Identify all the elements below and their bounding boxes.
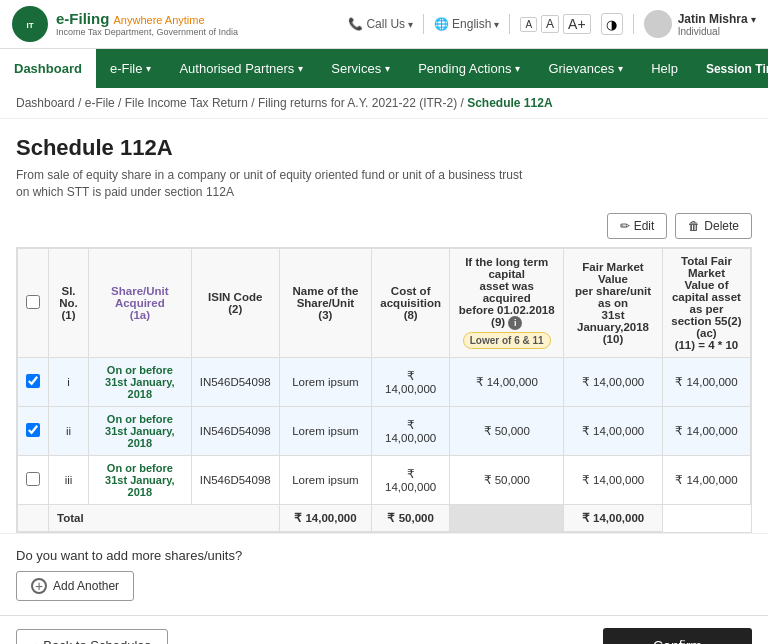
call-us-button[interactable]: 📞 Call Us ▾ [348, 17, 413, 31]
total-longterm: ₹ 50,000 [372, 504, 450, 531]
total-cost: ₹ 14,00,000 [279, 504, 371, 531]
nav-item-pending[interactable]: Pending Actions ▾ [404, 49, 534, 88]
svg-text:IT: IT [26, 21, 33, 30]
row-fmv: ₹ 14,00,000 [564, 455, 663, 504]
page-description: From sale of equity share in a company o… [16, 167, 752, 201]
action-buttons: ✏ Edit 🗑 Delete [16, 213, 752, 239]
col-fmv: Fair Market Valueper share/unit as on31s… [564, 248, 663, 357]
total-row: Total ₹ 14,00,000 ₹ 50,000 ₹ 14,00,000 [18, 504, 751, 531]
contrast-button[interactable]: ◑ [601, 13, 623, 35]
edit-icon: ✏ [620, 219, 630, 233]
row-share-unit: On or before 31st January, 2018 [89, 357, 192, 406]
table-row: iii On or before 31st January, 2018 IN54… [18, 455, 751, 504]
delete-icon: 🗑 [688, 219, 700, 233]
row-longterm: ₹ 50,000 [450, 455, 564, 504]
delete-button[interactable]: 🗑 Delete [675, 213, 752, 239]
col-name: Name of the Share/Unit(3) [279, 248, 371, 357]
top-controls: 📞 Call Us ▾ 🌐 English ▾ A A A+ ◑ Jatin M… [348, 10, 756, 38]
font-medium-button[interactable]: A [541, 15, 559, 33]
row-name: Lorem ipsum [279, 357, 371, 406]
col-slno: Sl. No.(1) [49, 248, 89, 357]
breadcrumb-filing-returns[interactable]: Filing returns for A.Y. 2021-22 (ITR-2) [258, 96, 457, 110]
select-all-checkbox[interactable] [26, 295, 40, 309]
breadcrumb-efile[interactable]: e-File [85, 96, 115, 110]
logo-icon: IT [12, 6, 48, 42]
row-total-fmv: ₹ 14,00,000 [662, 406, 750, 455]
main-content: Schedule 112A From sale of equity share … [0, 119, 768, 533]
tooltip-lower: Lower of 6 & 11 [463, 332, 551, 349]
globe-icon: 🌐 [434, 17, 449, 31]
add-another-button[interactable]: + Add Another [16, 571, 134, 601]
logo-subtitle: Income Tax Department, Government of Ind… [56, 27, 238, 37]
chevron-down-icon: ▾ [408, 19, 413, 30]
row-total-fmv: ₹ 14,00,000 [662, 455, 750, 504]
breadcrumb: Dashboard / e-File / File Income Tax Ret… [0, 88, 768, 119]
breadcrumb-file-return[interactable]: File Income Tax Return [125, 96, 248, 110]
nav-item-help[interactable]: Help [637, 49, 692, 88]
row-cost: ₹ 14,00,000 [372, 357, 450, 406]
row-isin: IN546D54098 [191, 357, 279, 406]
nav-item-dashboard[interactable]: Dashboard [0, 49, 96, 88]
row-slno: i [49, 357, 89, 406]
session-timer: Session Time 1 4 : 5 3 [692, 50, 768, 88]
row-cost: ₹ 14,00,000 [372, 455, 450, 504]
nav-item-services[interactable]: Services ▾ [317, 49, 404, 88]
user-info: Jatin Mishra ▾ Individual [644, 10, 756, 38]
row-longterm: ₹ 14,00,000 [450, 357, 564, 406]
language-button[interactable]: 🌐 English ▾ [434, 17, 499, 31]
data-table: Sl. No.(1) Share/UnitAcquired(1a) ISIN C… [16, 247, 752, 533]
row-slno: ii [49, 406, 89, 455]
col-share-unit: Share/UnitAcquired(1a) [89, 248, 192, 357]
table-row: i On or before 31st January, 2018 IN546D… [18, 357, 751, 406]
edit-button[interactable]: ✏ Edit [607, 213, 668, 239]
plus-circle-icon: + [31, 578, 47, 594]
confirm-button[interactable]: Confirm [603, 628, 752, 644]
row-name: Lorem ipsum [279, 455, 371, 504]
row-share-unit: On or before 31st January, 2018 [89, 406, 192, 455]
nav-bar: Dashboard e-File ▾ Authorised Partners ▾… [0, 49, 768, 88]
row-isin: IN546D54098 [191, 455, 279, 504]
row-name: Lorem ipsum [279, 406, 371, 455]
phone-icon: 📞 [348, 17, 363, 31]
nav-item-authorised[interactable]: Authorised Partners ▾ [165, 49, 317, 88]
row-checkbox[interactable] [26, 472, 40, 486]
row-checkbox-cell[interactable] [18, 455, 49, 504]
row-slno: iii [49, 455, 89, 504]
divider [423, 14, 424, 34]
col-checkbox [18, 248, 49, 357]
row-checkbox-cell[interactable] [18, 406, 49, 455]
back-to-schedules-button[interactable]: ‹ Back to Schedules [16, 629, 168, 644]
row-total-fmv: ₹ 14,00,000 [662, 357, 750, 406]
page-title: Schedule 112A [16, 135, 752, 161]
total-label: Total [49, 504, 280, 531]
nav-item-grievances[interactable]: Grievances ▾ [534, 49, 637, 88]
row-fmv: ₹ 14,00,000 [564, 357, 663, 406]
logo-area: IT e-Filing Anywhere Anytime Income Tax … [12, 6, 238, 42]
footer-bar: ‹ Back to Schedules Confirm [0, 615, 768, 644]
logo-text-block: e-Filing Anywhere Anytime Income Tax Dep… [56, 11, 238, 38]
font-large-button[interactable]: A+ [563, 14, 591, 34]
chevron-left-icon: ‹ [33, 638, 37, 644]
nav-item-efile[interactable]: e-File ▾ [96, 49, 166, 88]
col-isin: ISIN Code(2) [191, 248, 279, 357]
top-bar: IT e-Filing Anywhere Anytime Income Tax … [0, 0, 768, 49]
breadcrumb-dashboard[interactable]: Dashboard [16, 96, 75, 110]
row-fmv: ₹ 14,00,000 [564, 406, 663, 455]
row-checkbox[interactable] [26, 374, 40, 388]
row-checkbox[interactable] [26, 423, 40, 437]
row-checkbox-cell[interactable] [18, 357, 49, 406]
row-isin: IN546D54098 [191, 406, 279, 455]
add-question: Do you want to add more shares/units? [16, 548, 752, 563]
info-icon[interactable]: i [508, 316, 522, 330]
add-section: Do you want to add more shares/units? + … [0, 533, 768, 615]
breadcrumb-current: Schedule 112A [467, 96, 552, 110]
total-totalfmv: ₹ 14,00,000 [564, 504, 663, 531]
col-longterm: If the long term capitalasset was acquir… [450, 248, 564, 357]
row-share-unit: On or before 31st January, 2018 [89, 455, 192, 504]
table-row: ii On or before 31st January, 2018 IN546… [18, 406, 751, 455]
row-longterm: ₹ 50,000 [450, 406, 564, 455]
font-small-button[interactable]: A [520, 17, 537, 32]
chevron-down-icon: ▾ [494, 19, 499, 30]
col-total-fmv: Total Fair MarketValue of capital asseta… [662, 248, 750, 357]
font-controls: A A A+ [520, 14, 590, 34]
